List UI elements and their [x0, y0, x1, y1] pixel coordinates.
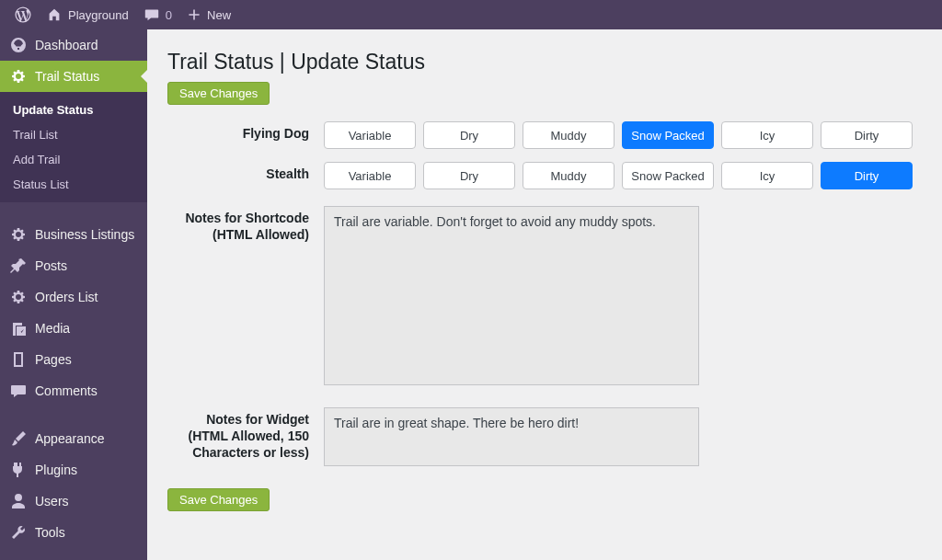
admin-sidebar: Dashboard Trail Status Update Status Tra…: [0, 29, 147, 560]
comment-icon: [9, 382, 28, 400]
wp-logo[interactable]: [7, 0, 39, 29]
sidebar-item-label: Orders List: [35, 290, 98, 304]
sidebar-item-label: Business Listings: [35, 227, 134, 242]
submenu-item-trail-list[interactable]: Trail List: [0, 122, 147, 147]
save-button-top[interactable]: Save Changes: [167, 82, 270, 105]
gear-icon: [9, 67, 28, 86]
sidebar-item-label: Posts: [35, 258, 67, 273]
status-button[interactable]: Icy: [721, 121, 813, 149]
admin-bar: Playground 0 New: [0, 0, 942, 29]
plug-icon: [9, 461, 28, 479]
page-title: Trail Status | Update Status: [167, 50, 922, 74]
sidebar-item-trail-status[interactable]: Trail Status: [0, 61, 147, 92]
submenu-item-update-status[interactable]: Update Status: [0, 97, 147, 122]
sidebar-item-orders-list[interactable]: Orders List: [0, 281, 147, 313]
wrench-icon: [9, 523, 28, 542]
sidebar-item-users[interactable]: Users: [0, 486, 147, 517]
submenu-item-add-trail[interactable]: Add Trail: [0, 147, 147, 172]
pin-icon: [9, 257, 28, 275]
sidebar-item-tools[interactable]: Tools: [0, 517, 147, 548]
notes-widget-input[interactable]: [324, 407, 699, 466]
status-button[interactable]: Muddy: [523, 162, 615, 189]
status-button-group: Variable Dry Muddy Snow Packed Icy Dirty: [324, 162, 913, 189]
comments-count: 0: [166, 8, 172, 22]
pages-icon: [9, 350, 28, 369]
user-icon: [9, 492, 28, 510]
status-button[interactable]: Icy: [721, 162, 813, 189]
status-button[interactable]: Snow Packed: [622, 121, 714, 149]
sidebar-item-label: Comments: [35, 383, 98, 398]
sidebar-item-dashboard[interactable]: Dashboard: [0, 29, 147, 61]
submenu-trail-status: Update Status Trail List Add Trail Statu…: [0, 92, 147, 202]
media-icon: [9, 319, 28, 337]
sidebar-item-label: Trail Status: [35, 69, 99, 84]
sidebar-item-label: Plugins: [35, 463, 77, 477]
sidebar-item-label: Pages: [35, 352, 72, 367]
sidebar-item-pages[interactable]: Pages: [0, 344, 147, 375]
status-button[interactable]: Variable: [324, 121, 416, 149]
sidebar-item-label: Tools: [35, 525, 65, 540]
sidebar-item-label: Users: [35, 494, 69, 509]
sidebar-item-appearance[interactable]: Appearance: [0, 423, 147, 454]
sidebar-item-media[interactable]: Media: [0, 313, 147, 344]
notes-widget-row: Notes for Widget (HTML Allowed, 150 Char…: [167, 407, 922, 466]
plus-icon: [187, 7, 201, 22]
notes-shortcode-row: Notes for Shortcode (HTML Allowed): [167, 206, 922, 385]
status-button[interactable]: Dirty: [821, 121, 913, 149]
new-link[interactable]: New: [179, 0, 238, 29]
gear-icon: [9, 225, 28, 244]
sidebar-item-label: Media: [35, 321, 70, 336]
status-button[interactable]: Dry: [423, 162, 515, 189]
status-button[interactable]: Variable: [324, 162, 416, 189]
site-link[interactable]: Playground: [39, 0, 136, 29]
notes-widget-label: Notes for Widget (HTML Allowed, 150 Char…: [167, 407, 324, 462]
notes-shortcode-input[interactable]: [324, 206, 699, 385]
new-label: New: [207, 8, 231, 22]
status-button[interactable]: Snow Packed: [622, 162, 714, 189]
brush-icon: [9, 429, 28, 448]
dashboard-icon: [9, 36, 28, 54]
sidebar-item-business-listings[interactable]: Business Listings: [0, 219, 147, 250]
wordpress-icon: [15, 6, 31, 23]
status-button[interactable]: Dirty: [821, 162, 913, 189]
site-name: Playground: [68, 8, 129, 22]
status-button-group: Variable Dry Muddy Snow Packed Icy Dirty: [324, 121, 913, 149]
save-button-bottom[interactable]: Save Changes: [167, 488, 270, 511]
page-content: Trail Status | Update Status Save Change…: [147, 29, 942, 560]
trail-name: Stealth: [167, 162, 324, 182]
trail-row-stealth: Stealth Variable Dry Muddy Snow Packed I…: [167, 162, 922, 189]
home-icon: [46, 6, 63, 23]
sidebar-item-label: Appearance: [35, 431, 105, 446]
gear-icon: [9, 288, 28, 306]
comment-icon: [144, 6, 160, 23]
notes-shortcode-label: Notes for Shortcode (HTML Allowed): [167, 206, 324, 243]
sidebar-item-label: Dashboard: [35, 38, 98, 52]
trail-name: Flying Dog: [167, 121, 324, 142]
status-button[interactable]: Dry: [423, 121, 515, 149]
submenu-item-status-list[interactable]: Status List: [0, 172, 147, 197]
sidebar-item-comments[interactable]: Comments: [0, 375, 147, 406]
sidebar-item-posts[interactable]: Posts: [0, 250, 147, 281]
sidebar-item-plugins[interactable]: Plugins: [0, 454, 147, 486]
comments-link[interactable]: 0: [136, 0, 179, 29]
status-button[interactable]: Muddy: [523, 121, 615, 149]
trail-row-flying-dog: Flying Dog Variable Dry Muddy Snow Packe…: [167, 121, 922, 149]
